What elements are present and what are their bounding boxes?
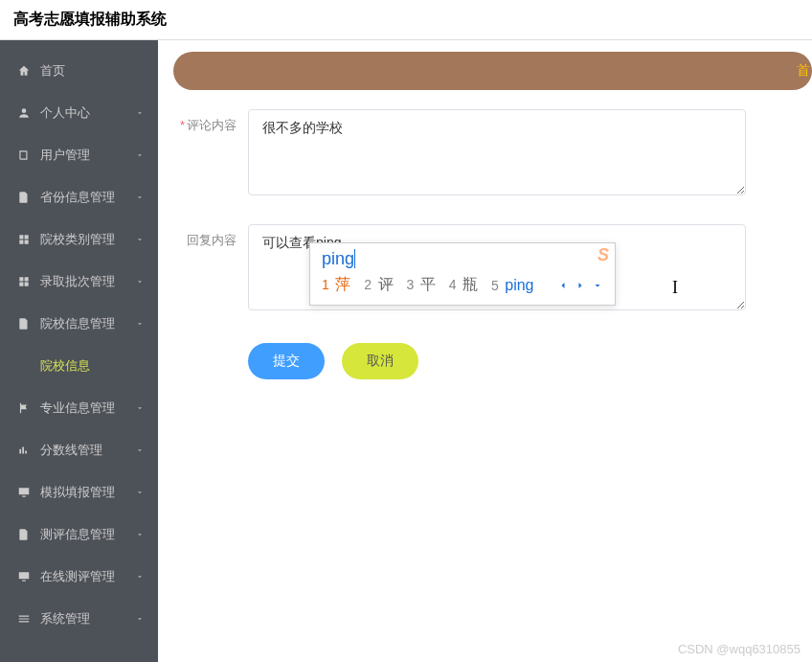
sidebar-item-7[interactable]: 院校信息	[0, 345, 158, 387]
doc-icon	[17, 317, 31, 331]
grid-icon	[17, 233, 31, 246]
sidebar-item-12[interactable]: 在线测评管理	[0, 556, 158, 598]
sidebar-item-label: 院校类别管理	[40, 231, 115, 248]
ime-candidate-panel: S ping 1 萍2 评3 平4 瓶5 ping	[309, 242, 616, 306]
cancel-button[interactable]: 取消	[342, 343, 418, 379]
sidebar-item-label: 模拟填报管理	[40, 484, 115, 501]
chevron-down-icon	[135, 277, 145, 286]
sidebar-item-label: 省份信息管理	[40, 189, 115, 206]
chevron-down-icon	[135, 403, 145, 413]
chevron-down-icon	[135, 614, 145, 624]
doc-icon	[17, 191, 31, 204]
comment-textarea[interactable]	[248, 109, 746, 195]
text-cursor-icon: I	[672, 278, 678, 298]
sidebar-item-11[interactable]: 测评信息管理	[0, 514, 158, 556]
monitor-icon	[17, 486, 31, 499]
ime-candidates-row: 1 萍2 评3 平4 瓶5 ping	[322, 275, 603, 295]
ime-candidate[interactable]: 3 平	[407, 275, 436, 295]
required-mark: *	[180, 118, 185, 132]
chevron-down-icon	[135, 488, 145, 497]
chevron-down-icon	[135, 150, 145, 160]
chevron-down-icon	[135, 193, 145, 202]
chevron-down-icon	[135, 572, 145, 582]
ime-logo-icon: S	[598, 245, 609, 265]
grid-icon	[17, 275, 31, 288]
home-icon	[17, 64, 31, 78]
comment-label: *评论内容	[173, 109, 248, 134]
sidebar-item-6[interactable]: 院校信息管理	[0, 303, 158, 345]
sidebar-item-label: 专业信息管理	[40, 399, 115, 417]
chevron-down-icon	[135, 319, 145, 329]
sidebar-item-label: 首页	[40, 62, 65, 80]
monitor-icon	[17, 570, 31, 583]
sidebar-item-label: 院校信息管理	[40, 315, 115, 332]
submit-button[interactable]: 提交	[248, 343, 325, 379]
sidebar-item-1[interactable]: 个人中心	[0, 92, 158, 134]
ime-expand-icon[interactable]	[592, 280, 603, 291]
doc-icon	[17, 528, 31, 541]
ime-prev-icon[interactable]	[557, 280, 569, 291]
sidebar-item-4[interactable]: 院校类别管理	[0, 218, 158, 261]
ime-next-icon[interactable]	[575, 280, 586, 291]
sidebar-item-13[interactable]: 系统管理	[0, 598, 158, 640]
bars-icon	[17, 444, 31, 457]
user-icon	[17, 106, 31, 120]
ime-candidate[interactable]: 4 瓶	[449, 275, 478, 295]
sidebar-item-label: 录取批次管理	[40, 273, 115, 290]
sidebar-item-label: 院校信息	[40, 357, 90, 375]
sidebar-item-2[interactable]: 用户管理	[0, 134, 158, 176]
chevron-down-icon	[135, 108, 145, 118]
chevron-down-icon	[135, 445, 145, 455]
main-content: 首 *评论内容 回复内容 S ping 1 萍2 评3 平	[158, 40, 812, 662]
sidebar-item-5[interactable]: 录取批次管理	[0, 261, 158, 303]
sidebar: 首页个人中心用户管理省份信息管理院校类别管理录取批次管理院校信息管理院校信息专业…	[0, 40, 158, 662]
sidebar-item-label: 测评信息管理	[40, 526, 115, 543]
sidebar-item-label: 系统管理	[40, 610, 90, 628]
menu-icon	[17, 612, 31, 626]
sidebar-item-label: 个人中心	[40, 104, 90, 122]
sidebar-item-3[interactable]: 省份信息管理	[0, 176, 158, 218]
app-title: 高考志愿填报辅助系统	[13, 11, 167, 27]
ime-candidate[interactable]: 2 评	[364, 275, 393, 295]
sidebar-item-9[interactable]: 分数线管理	[0, 429, 158, 471]
ime-input-text: ping	[322, 249, 603, 269]
sidebar-item-label: 用户管理	[40, 147, 90, 164]
breadcrumb-banner: 首	[173, 52, 812, 90]
sidebar-item-8[interactable]: 专业信息管理	[0, 387, 158, 429]
app-header: 高考志愿填报辅助系统	[0, 0, 812, 40]
chevron-down-icon	[135, 530, 145, 539]
banner-text: 首	[797, 62, 810, 80]
sidebar-item-label: 在线测评管理	[40, 568, 115, 585]
ime-candidate[interactable]: 5 ping	[491, 277, 534, 294]
reply-label: 回复内容	[173, 224, 248, 249]
flag-icon	[17, 401, 31, 415]
ime-candidate[interactable]: 1 萍	[322, 275, 350, 295]
sidebar-item-label: 分数线管理	[40, 442, 102, 459]
book-icon	[17, 148, 31, 162]
sidebar-item-0[interactable]: 首页	[0, 50, 158, 92]
watermark: CSDN @wqq6310855	[678, 642, 801, 656]
chevron-down-icon	[135, 235, 145, 244]
sidebar-item-10[interactable]: 模拟填报管理	[0, 471, 158, 514]
